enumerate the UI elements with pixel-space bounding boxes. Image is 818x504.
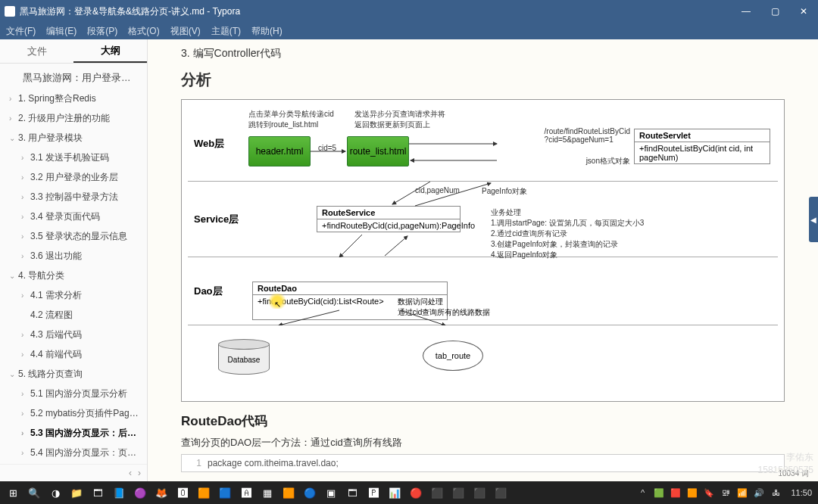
tray-icon[interactable]: 🟥 [670, 487, 682, 499]
maximize-button[interactable]: ▢ [760, 0, 789, 23]
outline-item[interactable]: ›4.3 后端代码 [0, 325, 147, 344]
outline-item[interactable]: ›3.5 登录状态的显示信息 [0, 226, 147, 246]
close-button[interactable]: ✕ [789, 0, 818, 23]
menu-item[interactable]: 视图(V) [170, 25, 201, 38]
tray-icon[interactable]: 📶 [736, 487, 748, 499]
taskbar-app-icon[interactable]: 🔍 [24, 483, 44, 502]
taskbar-app-icon[interactable]: 🟣 [130, 483, 150, 502]
outline-tree[interactable]: 黑马旅游网：用户登录，导航条，线路分页›1. Spring整合Redis›2. … [0, 64, 147, 464]
outline-item-label: 5. 线路分页查询 [18, 369, 83, 379]
menu-item[interactable]: 主题(T) [211, 25, 241, 38]
taskbar-app-icon[interactable]: 🟧 [194, 483, 214, 502]
outline-item[interactable]: ›5.3 国内游分页显示：后端代码 [0, 423, 147, 443]
outline-item[interactable]: ›4.1 需求分析 [0, 285, 147, 305]
outline-item[interactable]: ›3.3 控制器中登录方法 [0, 187, 147, 207]
menu-item[interactable]: 段落(P) [87, 25, 117, 38]
code-block[interactable]: 1 package com.itheima.travel.dao; [181, 454, 785, 472]
taskbar-app-icon[interactable]: ▣ [321, 483, 341, 502]
tab-files[interactable]: 文件 [0, 39, 73, 63]
chevron-icon: › [21, 250, 29, 262]
taskbar-app-icon[interactable]: ⬛ [427, 483, 447, 502]
outline-item[interactable]: ›3.2 用户登录的业务层 [0, 167, 147, 187]
outline-item-label: 5.4 国内游分页显示：页面数据显示 [30, 447, 147, 458]
code-line: package com.itheima.travel.dao; [208, 458, 339, 468]
tray-icon[interactable]: 🔖 [703, 487, 715, 499]
tray-icon[interactable]: 🔊 [753, 487, 765, 499]
tray-icon[interactable]: 🖳 [720, 487, 732, 499]
outline-item-label: 3.6 退出功能 [30, 250, 82, 261]
taskbar-app-icon[interactable]: 🅰 [236, 483, 256, 502]
taskbar-app-icon[interactable]: 🟧 [279, 483, 298, 502]
tray-icon[interactable]: 🖧 [770, 487, 782, 499]
outline-item[interactable]: ›2. 升级用户注册的功能 [0, 108, 147, 128]
outline-item[interactable]: ›1. Spring整合Redis [0, 89, 147, 108]
chevron-icon: › [21, 349, 29, 360]
chevron-icon: › [9, 113, 17, 124]
outline-item-label: 3.3 控制器中登录方法 [30, 191, 118, 202]
outline-item[interactable]: ›5.4 国内游分页显示：页面数据显示 [0, 443, 147, 462]
outline-item[interactable]: ›3.6 退出功能 [0, 246, 147, 266]
taskbar-app-icon[interactable]: 🅾 [173, 483, 192, 502]
architecture-diagram: Web层 点击菜单分类导航传递cid 跳转到route_list.html 发送… [181, 99, 785, 402]
taskbar-app-icon[interactable]: ⬛ [491, 483, 510, 502]
svc-notes: 1.调用startPage: 设置第几页，每页固定大小3 2.通过cid查询所有… [491, 218, 644, 260]
outline-item[interactable]: ›3.4 登录页面代码 [0, 207, 147, 226]
minimize-button[interactable]: — [732, 0, 760, 23]
taskbar-app-icon[interactable]: ⬛ [470, 483, 489, 502]
outline-item-label: 5.1 国内游分页显示分析 [30, 388, 127, 399]
chevron-icon: › [21, 388, 29, 400]
taskbar-app-icon[interactable]: 📊 [385, 483, 404, 502]
taskbar-app-icon[interactable]: 🟦 [215, 483, 235, 502]
tab-outline[interactable]: 大纲 [73, 39, 147, 63]
sidebar: 文件 大纲 黑马旅游网：用户登录，导航条，线路分页›1. Spring整合Red… [0, 39, 148, 481]
taskbar-app-icon[interactable]: ◑ [45, 483, 65, 502]
menu-item[interactable]: 帮助(H) [251, 25, 283, 38]
nav-forward-button[interactable]: › [138, 468, 141, 478]
box-title: RouteService [317, 207, 460, 219]
right-panel-toggle[interactable]: ◀ [809, 197, 818, 242]
taskbar-app-icon[interactable]: 🅿 [364, 483, 383, 502]
titlebar: 黑马旅游网：登录&导航条&线路分页-讲义.md - Typora — ▢ ✕ [0, 0, 818, 23]
outline-item[interactable]: ⌄3. 用户登录模块 [0, 128, 147, 148]
outline-item[interactable]: ›3.1 发送手机验证码 [0, 148, 147, 167]
taskbar-app-icon[interactable]: ▦ [258, 483, 277, 502]
tray-icon[interactable]: ^ [636, 487, 648, 499]
box-method: +findRouteByCid(cid,pageNum):PageInfo [317, 219, 460, 232]
nav-back-button[interactable]: ‹ [129, 468, 132, 478]
chevron-icon: › [21, 329, 29, 341]
taskbar-app-icon[interactable]: 🗔 [342, 483, 362, 502]
outline-item[interactable]: ›4.4 前端代码 [0, 344, 147, 364]
taskbar-app-icon[interactable]: ⬛ [448, 483, 468, 502]
taskbar-clock[interactable]: 11:50 [791, 488, 812, 497]
word-count[interactable]: 10034 词 [775, 468, 812, 480]
dao-description: 查询分页的DAO层一个方法：通过cid查询所有线路 [181, 436, 785, 450]
outline-item-label: 5.2 mybatis分页插件PageHelper的使用 [30, 408, 147, 418]
database-label: Database [218, 356, 270, 364]
outline-item-label: 4.1 需求分析 [30, 290, 82, 300]
outline-item[interactable]: 黑马旅游网：用户登录，导航条，线路分页 [0, 68, 147, 89]
outline-item[interactable]: ⌄4. 导航分类 [0, 266, 147, 285]
taskbar-app-icon[interactable]: 🔵 [300, 483, 320, 502]
tray-icon[interactable]: 🟧 [686, 487, 698, 499]
menu-item[interactable]: 编辑(E) [46, 25, 76, 38]
chevron-icon: ⌄ [9, 132, 17, 144]
tray-icon[interactable]: 🟩 [653, 487, 665, 499]
taskbar-app-icon[interactable]: 🗔 [88, 483, 108, 502]
box-header-html: header.html [248, 136, 311, 166]
note-json-obj: json格式对象 [586, 156, 630, 166]
editor-content[interactable]: 3. 编写Controller代码 分析 Web层 点击菜单分类导航传递cid … [148, 39, 818, 481]
taskbar-app-icon[interactable]: 🔴 [406, 483, 426, 502]
menu-item[interactable]: 格式(O) [128, 25, 159, 38]
taskbar-app-icon[interactable]: 🦊 [151, 483, 171, 502]
taskbar-app-icon[interactable]: ⊞ [3, 483, 23, 502]
layer-label-dao: Dao层 [194, 285, 223, 298]
taskbar-app-icon[interactable]: 📁 [67, 483, 86, 502]
menu-item[interactable]: 文件(F) [6, 25, 36, 38]
outline-item-label: 3.2 用户登录的业务层 [30, 172, 118, 182]
outline-item[interactable]: ›5.2 mybatis分页插件PageHelper的使用 [0, 403, 147, 423]
outline-item[interactable]: ›5.1 国内游分页显示分析 [0, 384, 147, 403]
outline-item[interactable]: 4.2 流程图 [0, 305, 147, 325]
taskbar-app-icon[interactable]: 📘 [109, 483, 129, 502]
outline-item[interactable]: ⌄5. 线路分页查询 [0, 364, 147, 384]
chevron-icon: › [21, 211, 29, 222]
